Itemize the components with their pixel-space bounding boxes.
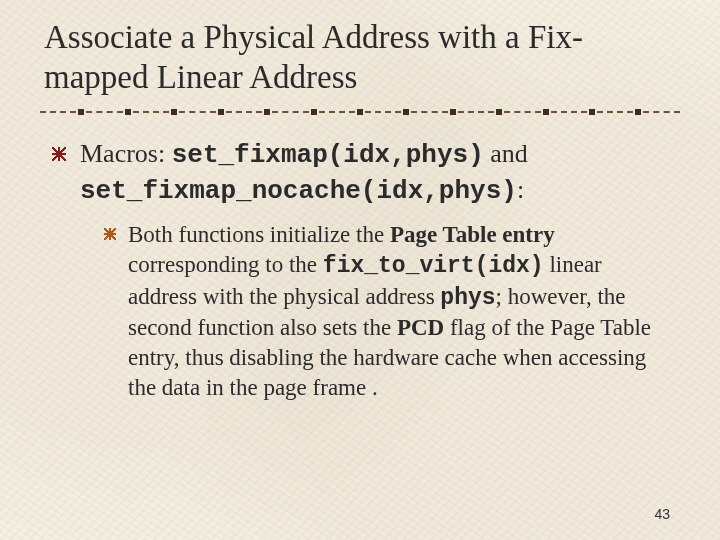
bullet-description: Both functions initialize the Page Table… [104,220,676,403]
text-macros-mid: and [484,139,528,168]
bold-page-table-entry: Page Table entry [390,222,555,247]
text-d2: corresponding to the [128,252,323,277]
bullet-list-level2: Both functions initialize the Page Table… [80,220,676,403]
title-divider [38,105,682,119]
page-number: 43 [654,506,670,522]
code-set-fixmap: set_fixmap(idx,phys) [172,140,484,170]
bullet-macros: Macros: set_fixmap(idx,phys) and set_fix… [52,137,676,403]
bullet-list-level1: Macros: set_fixmap(idx,phys) and set_fix… [44,137,676,403]
code-fix-to-virt: fix_to_virt(idx) [323,253,544,279]
text-d1: Both functions initialize the [128,222,390,247]
bold-pcd: PCD [397,315,444,340]
text-macros-pre: Macros: [80,139,172,168]
slide: Associate a Physical Address with a Fix-… [0,0,720,540]
text-macros-post: : [517,175,524,204]
slide-title: Associate a Physical Address with a Fix-… [44,18,676,97]
code-set-fixmap-nocache: set_fixmap_nocache(idx,phys) [80,176,517,206]
code-phys: phys [440,285,495,311]
